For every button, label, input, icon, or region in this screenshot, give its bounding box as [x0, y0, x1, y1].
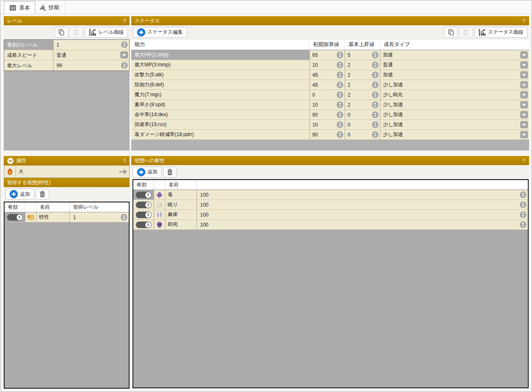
- enabled-toggle[interactable]: [136, 192, 152, 198]
- status-row[interactable]: 最大HP(1:mhp) 65 5 加速: [131, 50, 529, 60]
- spinner-icon[interactable]: [336, 51, 343, 58]
- growth-cell[interactable]: 少し加速: [380, 100, 529, 110]
- spinner-icon[interactable]: [336, 131, 343, 138]
- base-cell[interactable]: 0: [345, 120, 380, 129]
- resistance-row-paralysis[interactable]: 麻痺 100: [133, 210, 528, 220]
- resistance-value-cell[interactable]: 100: [197, 200, 528, 209]
- enabled-toggle[interactable]: [136, 202, 152, 208]
- copy-button[interactable]: [55, 27, 68, 38]
- ability-cell[interactable]: 最大HP(1:mhp): [131, 50, 310, 60]
- state-name-cell[interactable]: 麻痺: [165, 210, 197, 219]
- learned-state-row[interactable]: 特性 1: [5, 212, 129, 222]
- ability-cell[interactable]: 魔力(7:mgc): [131, 90, 310, 100]
- attribute-item-fire[interactable]: 火: [4, 166, 130, 178]
- growth-cell[interactable]: 少し鈍化: [380, 90, 529, 100]
- base-cell[interactable]: 0: [345, 130, 380, 139]
- enabled-cell[interactable]: [133, 210, 154, 219]
- status-row[interactable]: 魔力(7:mgc) 0 2 少し鈍化: [131, 90, 529, 100]
- level-row-initial[interactable]: 最初のレベル 1: [4, 40, 129, 50]
- trait-icon-cell[interactable]: [25, 212, 37, 222]
- ability-cell[interactable]: 攻撃力(5:atk): [131, 70, 310, 80]
- spinner-icon[interactable]: [372, 121, 379, 128]
- state-name-cell[interactable]: 毒: [165, 190, 197, 200]
- ability-cell[interactable]: 命中率(14:dex): [131, 110, 310, 119]
- state-name-cell[interactable]: 眠り: [165, 200, 197, 209]
- level-max-value-cell[interactable]: 99: [54, 61, 129, 71]
- enabled-cell[interactable]: [133, 190, 154, 200]
- delete-resistance-button[interactable]: [163, 167, 177, 178]
- resistance-row-sleep[interactable]: 眠り 100: [133, 200, 528, 210]
- initial-cell[interactable]: 65: [310, 50, 345, 60]
- level-speed-value-cell[interactable]: 普通: [54, 50, 129, 60]
- base-cell[interactable]: 0: [345, 110, 380, 119]
- spinner-icon[interactable]: [121, 41, 128, 48]
- resistance-value-cell[interactable]: 100: [197, 220, 528, 229]
- status-edit-button[interactable]: ステータス編集: [133, 27, 187, 38]
- growth-cell[interactable]: 加速: [380, 50, 529, 60]
- enabled-cell[interactable]: [133, 220, 154, 229]
- base-cell[interactable]: 2: [345, 80, 380, 90]
- spinner-icon[interactable]: [520, 221, 527, 228]
- initial-cell[interactable]: 90: [310, 130, 345, 139]
- initial-cell[interactable]: 90: [310, 110, 345, 119]
- spinner-icon[interactable]: [336, 101, 343, 108]
- spinner-icon[interactable]: [120, 214, 127, 221]
- spinner-icon[interactable]: [372, 71, 379, 78]
- spinner-icon[interactable]: [520, 211, 527, 218]
- resistance-value-cell[interactable]: 100: [197, 190, 528, 200]
- level-speed-label[interactable]: 成長スピード: [4, 50, 54, 60]
- copy-button[interactable]: [444, 27, 458, 38]
- growth-cell[interactable]: 少し加速: [380, 80, 529, 90]
- spinner-icon[interactable]: [372, 131, 379, 138]
- enabled-toggle[interactable]: [136, 222, 152, 228]
- state-icon-cell[interactable]: [154, 220, 165, 229]
- ability-cell[interactable]: 毒ダメージ軽減率(18:pdrr): [131, 130, 310, 139]
- paste-button[interactable]: [459, 27, 473, 38]
- state-icon-cell[interactable]: [154, 200, 165, 209]
- ability-cell[interactable]: 素早さ(8:spd): [131, 100, 310, 110]
- spinner-icon[interactable]: [336, 121, 343, 128]
- tab-skills[interactable]: 技能: [34, 1, 65, 14]
- ability-cell[interactable]: 防御力(6:def): [131, 80, 310, 90]
- tab-basic[interactable]: 基本: [4, 1, 35, 14]
- spinner-icon[interactable]: [372, 101, 379, 108]
- spinner-icon[interactable]: [520, 191, 527, 198]
- dropdown-arrow-icon[interactable]: [520, 131, 528, 138]
- spinner-icon[interactable]: [372, 91, 379, 98]
- spinner-icon[interactable]: [372, 111, 379, 118]
- dropdown-arrow-icon[interactable]: [520, 111, 528, 118]
- dropdown-arrow-icon[interactable]: [520, 61, 528, 68]
- status-row[interactable]: 回避率(15:rcv) 10 0 少し加速: [131, 120, 529, 130]
- level-initial-value-cell[interactable]: 1: [54, 40, 129, 50]
- growth-cell[interactable]: 少し加速: [380, 110, 529, 119]
- dropdown-arrow-icon[interactable]: [520, 51, 528, 58]
- growth-cell[interactable]: 少し加速: [380, 130, 529, 139]
- level-row-max[interactable]: 最大レベル 99: [4, 60, 129, 71]
- collapse-chevron-icon[interactable]: [7, 158, 14, 164]
- base-cell[interactable]: 5: [345, 50, 380, 60]
- level-row-speed[interactable]: 成長スピード 普通: [4, 50, 129, 60]
- initial-cell[interactable]: 10: [310, 60, 345, 70]
- resistance-row-instant-death[interactable]: 即死 100: [133, 220, 528, 230]
- initial-cell[interactable]: 45: [310, 70, 345, 80]
- growth-cell[interactable]: 普通: [380, 60, 529, 70]
- status-row[interactable]: 防御力(6:def) 45 2 少し加速: [131, 80, 529, 90]
- state-icon-cell[interactable]: [154, 190, 165, 200]
- enabled-toggle[interactable]: [7, 214, 23, 221]
- resistance-row-poison[interactable]: 毒 100: [133, 190, 528, 200]
- spinner-icon[interactable]: [336, 81, 343, 88]
- initial-cell[interactable]: 10: [310, 100, 345, 110]
- dropdown-arrow-icon[interactable]: [520, 91, 528, 98]
- arrow-right-icon[interactable]: [118, 169, 127, 175]
- spinner-icon[interactable]: [336, 91, 343, 98]
- status-row[interactable]: 攻撃力(5:atk) 45 2 加速: [131, 70, 529, 80]
- state-icon-cell[interactable]: [154, 210, 165, 219]
- level-curve-button[interactable]: レベル曲線: [85, 27, 128, 38]
- enabled-toggle[interactable]: [136, 212, 152, 218]
- spinner-icon[interactable]: [520, 201, 527, 208]
- initial-cell[interactable]: 45: [310, 80, 345, 90]
- delete-state-button[interactable]: [36, 189, 49, 200]
- level-help-button[interactable]: ?: [123, 18, 126, 24]
- status-help-button[interactable]: ?: [522, 18, 526, 24]
- level-initial-label[interactable]: 最初のレベル: [4, 40, 54, 50]
